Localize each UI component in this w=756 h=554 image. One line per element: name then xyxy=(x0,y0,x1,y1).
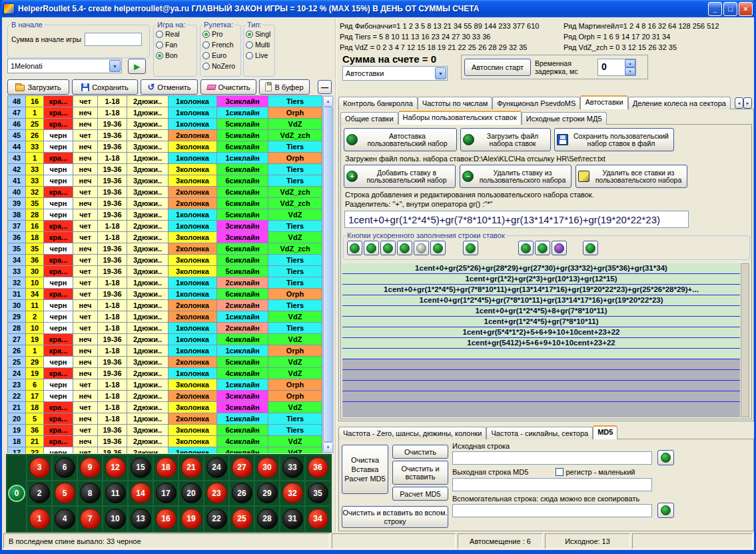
md5-source-input[interactable] xyxy=(452,451,652,465)
board-cell-20[interactable]: 20 xyxy=(179,481,204,507)
remove-all-button[interactable]: Удалить все ставки из пользовательского … xyxy=(575,165,687,188)
load-set-button[interactable]: Загрузить файл набора ставок xyxy=(460,128,551,151)
scroll-up-icon[interactable]: ▲ xyxy=(323,96,333,107)
bet-list-item[interactable]: 1cent+0+gr(1*2*4*5)+8+gr(7*8*10*11) xyxy=(342,306,740,317)
board-cell-9[interactable]: 9 xyxy=(77,455,103,481)
save-button[interactable]: Сохранить xyxy=(72,79,138,95)
board-cell-5[interactable]: 5 xyxy=(52,481,77,507)
board-cell-22[interactable]: 22 xyxy=(204,506,229,532)
quick-bet-button[interactable] xyxy=(518,241,534,255)
load-button[interactable]: Загрузить xyxy=(7,79,69,95)
quick-bet-button[interactable] xyxy=(583,241,598,255)
radio-option-singl[interactable]: Singl xyxy=(246,29,272,39)
md5-calc-button[interactable]: Расчет MD5 xyxy=(392,487,448,501)
tab-исходные-строки-мд5[interactable]: Исходные строки МД5 xyxy=(522,112,607,125)
board-cell-32[interactable]: 32 xyxy=(280,481,305,507)
quick-bet-button[interactable] xyxy=(552,241,567,255)
board-cell-19[interactable]: 19 xyxy=(179,506,204,532)
scroll-thumb[interactable] xyxy=(323,107,333,442)
board-cell-8[interactable]: 8 xyxy=(77,481,103,507)
board-cell-11[interactable]: 11 xyxy=(103,481,128,507)
radio-option-euro[interactable]: Euro xyxy=(202,50,238,61)
bet-list-item[interactable] xyxy=(342,349,740,359)
board-cell-34[interactable]: 34 xyxy=(305,506,330,532)
board-cell-30[interactable]: 30 xyxy=(254,455,280,481)
tab-функционал-psevdoms[interactable]: Функционал PsevdoMS xyxy=(492,97,580,109)
chevron-down-icon[interactable]: ▼ xyxy=(109,60,121,72)
tab-контроль-банкролла[interactable]: Контроль банкролла xyxy=(338,97,418,109)
spin-up-icon[interactable]: ▲ xyxy=(625,59,635,67)
quick-bet-button[interactable] xyxy=(347,241,362,255)
quick-bet-button[interactable] xyxy=(430,241,446,255)
board-cell-25[interactable]: 25 xyxy=(229,506,254,532)
tab-scroll-right-icon[interactable]: ► xyxy=(743,97,752,109)
quick-bet-button[interactable] xyxy=(414,241,429,255)
bet-list-item[interactable]: 1cent+gr(5*4*1*2)+5+6+9+10+10cent+23+22 xyxy=(342,327,740,338)
table-scrollbar[interactable]: ▲ ▼ xyxy=(322,95,334,453)
minimize-button[interactable]: _ xyxy=(708,2,722,16)
board-cell-4[interactable]: 4 xyxy=(52,506,77,532)
bet-list-item[interactable]: 1cent+gr(5412)+5+6+9+10+10cent+23+22 xyxy=(342,338,740,349)
board-cell-26[interactable]: 26 xyxy=(229,481,254,507)
tab-частота-сиклайны-сектора[interactable]: Частота - сиклайны, сектора xyxy=(486,427,593,439)
board-cell-35[interactable]: 35 xyxy=(305,481,330,507)
autobets-select[interactable]: Автоставки ▼ xyxy=(342,66,448,81)
bet-list-item[interactable]: 1cent+0+gr(1*2*4*5)+gr(7*8*10*11)+gr(13*… xyxy=(342,295,740,306)
chip-button[interactable]: Автоставка пользовательский набор xyxy=(344,128,457,151)
quick-bet-button[interactable] xyxy=(380,241,396,255)
bet-list-item[interactable]: 1cent+gr(1*2)+gr(2*3)+gr(10*13)+gr(12*15… xyxy=(342,274,740,285)
board-cell-10[interactable]: 10 xyxy=(103,506,128,532)
board-cell-zero[interactable]: 0 xyxy=(7,455,27,532)
close-button[interactable]: × xyxy=(739,2,753,16)
board-cell-31[interactable]: 31 xyxy=(280,506,305,532)
radio-option-french[interactable]: French xyxy=(202,39,238,50)
profile-select[interactable]: 1Melonati ▼ xyxy=(7,59,122,73)
autospin-start-button[interactable]: Автоспин старт xyxy=(464,59,531,76)
board-cell-7[interactable]: 7 xyxy=(77,506,103,532)
board-cell-2[interactable]: 2 xyxy=(27,481,52,507)
board-cell-29[interactable]: 29 xyxy=(254,481,280,507)
board-cell-15[interactable]: 15 xyxy=(128,455,153,481)
md5-helper-input[interactable] xyxy=(452,504,652,517)
board-cell-17[interactable]: 17 xyxy=(153,481,179,507)
board-cell-23[interactable]: 23 xyxy=(204,481,229,507)
board-cell-6[interactable]: 6 xyxy=(52,455,77,481)
tab-наборы-пользовательских-ставок[interactable]: Наборы пользовательских ставок xyxy=(398,111,522,125)
undo-button[interactable]: ↺ Отменить xyxy=(141,79,198,95)
tab-частоты-по-числам[interactable]: Частоты по числам xyxy=(418,97,492,109)
delay-spinner[interactable]: 0 ▲ ▼ xyxy=(597,59,636,76)
tab-деление-колеса-на-сектора[interactable]: Деление колеса на сектора xyxy=(628,97,731,109)
md5-clear-insert-button[interactable]: Очистить и вставить xyxy=(392,461,448,485)
radio-option-real[interactable]: Real xyxy=(156,29,194,39)
board-cell-36[interactable]: 36 xyxy=(305,455,330,481)
clear-button[interactable]: Очистить xyxy=(200,79,256,95)
md5-output-input[interactable] xyxy=(452,478,652,491)
board-cell-18[interactable]: 18 xyxy=(153,455,179,481)
board-cell-33[interactable]: 33 xyxy=(280,455,305,481)
quick-bet-button[interactable] xyxy=(535,241,550,255)
md5-clear-insert-helper-button[interactable]: Очистить и вставить во вспом. строку xyxy=(342,506,448,528)
radio-option-bon[interactable]: Bon xyxy=(156,50,194,61)
board-cell-14[interactable]: 14 xyxy=(128,481,153,507)
scroll-down-icon[interactable]: ▼ xyxy=(323,442,333,453)
board-cell-3[interactable]: 3 xyxy=(27,455,52,481)
spin-down-icon[interactable]: ▼ xyxy=(625,67,635,75)
bet-list-item[interactable]: 1cent+0+gr(1*2*4*5)+gr(7*8*10*11)+gr(13*… xyxy=(342,285,740,295)
radio-option-pro[interactable]: Pro xyxy=(202,29,238,39)
tab-общие-ставки[interactable]: Общие ставки xyxy=(340,112,398,125)
bet-list-item[interactable]: 1cent+0+gr(25*26)+gr(28*29)+gr(27*30)+gr… xyxy=(342,263,740,274)
bet-string-input[interactable] xyxy=(344,211,689,228)
play-button[interactable]: ▶ xyxy=(128,59,146,74)
collapse-button[interactable]: — xyxy=(318,80,332,94)
save-set-button[interactable]: Сохранить пользовательский набор ставок … xyxy=(554,128,674,151)
copy-to-buffer-button[interactable]: В буфер xyxy=(259,79,310,95)
quick-bet-button[interactable] xyxy=(463,241,478,255)
board-cell-16[interactable]: 16 xyxy=(153,506,179,532)
lowercase-checkbox[interactable] xyxy=(556,468,564,476)
board-cell-12[interactable]: 12 xyxy=(103,455,128,481)
quick-bet-button[interactable] xyxy=(364,241,379,255)
radio-option-live[interactable]: Live xyxy=(246,50,272,61)
md5-helper-insert-button[interactable] xyxy=(657,503,674,518)
maximize-button[interactable]: □ xyxy=(723,2,737,16)
board-cell-24[interactable]: 24 xyxy=(204,455,229,481)
